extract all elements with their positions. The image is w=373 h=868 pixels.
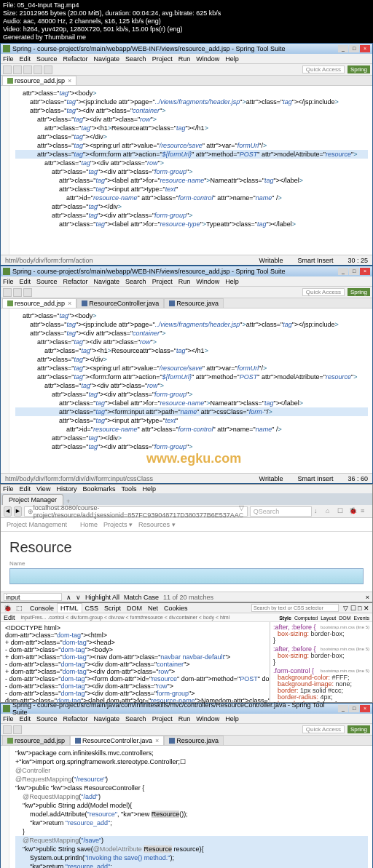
menu-help[interactable]: Help [225, 715, 239, 722]
inspect-icon[interactable]: ⬚ [16, 605, 23, 612]
find-prev[interactable]: ∧ [66, 594, 71, 601]
find-close[interactable]: × [366, 594, 369, 601]
name-input-highlighted[interactable] [9, 568, 364, 584]
tb-run[interactable] [23, 288, 32, 297]
menu-edit[interactable]: Edit [20, 55, 31, 63]
menu-file[interactable]: File [3, 278, 14, 285]
code-line[interactable]: @RequestMapping("/resource") [15, 775, 368, 784]
menu-source[interactable]: Source [36, 55, 58, 63]
dom-node[interactable]: + dom-attr">class="dom-tag"><head> [5, 639, 265, 646]
tab-resource_add-jsp[interactable]: resource_add.jsp× [2, 298, 76, 308]
close-button[interactable]: × [360, 268, 370, 275]
dom-breadcrumb[interactable]: inputFres... .control < div.form-group <… [18, 613, 274, 622]
menu-refactor[interactable]: Refactor [63, 715, 88, 722]
nav-item[interactable]: Resources ▾ [138, 521, 176, 528]
dom-node[interactable]: - dom-attr">class="dom-tag"><div dom-att… [5, 682, 265, 690]
code-line[interactable]: attr">class="tag"><div attr">class="form… [15, 167, 368, 176]
find-next[interactable]: ∨ [76, 594, 81, 601]
code-line[interactable]: @Controller [15, 766, 368, 775]
menu-bookmarks[interactable]: Bookmarks [82, 485, 115, 493]
code-line[interactable]: attr">class="tag"><form:form attr">actio… [15, 150, 368, 159]
menu-edit[interactable]: Edit [20, 278, 31, 285]
code-editor[interactable]: "kw">package com.infiniteskills.mvc.cont… [1, 746, 372, 868]
style-tab-events[interactable]: Events [354, 616, 369, 621]
find-input[interactable] [4, 593, 62, 601]
style-rule[interactable]: bootstrap.min.css (line 5):after, :befor… [273, 646, 369, 666]
code-line[interactable]: attr">class="tag"></div> [15, 355, 368, 364]
menu-navigate[interactable]: Navigate [94, 55, 120, 63]
menu-project[interactable]: Project [152, 278, 173, 285]
tb-debug[interactable] [34, 65, 42, 74]
code-line[interactable]: attr">class="tag"></div> [15, 434, 368, 442]
bookmark-icon[interactable]: ☐ [337, 507, 346, 516]
code-line[interactable]: attr">class="tag"><input attr">type="tex… [15, 185, 368, 194]
tab-resource_add-jsp[interactable]: resource_add.jsp [2, 736, 70, 745]
tab-resource-java[interactable]: Resource.java [164, 298, 224, 308]
menu-file[interactable]: File [3, 55, 14, 63]
maximize-button[interactable]: □ [349, 268, 359, 275]
minimize-button[interactable]: _ [338, 705, 348, 712]
code-line[interactable]: attr">class="tag"><div attr">class="cont… [15, 106, 368, 115]
code-editor[interactable]: attr">class="tag"><body> attr">class="ta… [1, 308, 372, 473]
code-line[interactable]: attr">class="tag"><body> [15, 311, 368, 320]
perspective-spring[interactable]: Spring [348, 288, 370, 296]
dom-node[interactable]: + dom-attr">class="dom-tag"><nav dom-att… [5, 653, 265, 661]
quick-access[interactable]: Quick Access [302, 65, 345, 73]
style-tab-layout[interactable]: Layout [321, 616, 336, 621]
find-matchcase[interactable]: Match Case [124, 594, 159, 601]
code-line[interactable]: attr">class="tag"><label attr">for="reso… [15, 176, 368, 185]
tab-resourcecontroller-java[interactable]: ResourceController.java× [70, 736, 164, 745]
code-line[interactable]: "kw">public String add(Model model){ [15, 801, 368, 810]
tb-run[interactable] [23, 65, 32, 74]
tb-save[interactable] [13, 65, 22, 74]
menu-refactor[interactable]: Refactor [63, 278, 88, 285]
menu-file[interactable]: File [3, 715, 14, 722]
menu-window[interactable]: Window [196, 55, 219, 63]
code-line[interactable]: attr">id="resource-name" attr">class="fo… [15, 194, 368, 202]
dom-inspector[interactable]: <!DOCTYPE html>dom-attr">class="dom-tag"… [1, 622, 270, 702]
perspective-spring[interactable]: Spring [348, 65, 370, 73]
code-line[interactable]: "kw">public "kw">class ResourceControlle… [15, 784, 368, 792]
dom-node[interactable]: - dom-attr">class="dom-tag"><form dom-at… [5, 675, 265, 682]
dt-tab-css[interactable]: CSS [82, 604, 102, 613]
menu-tools[interactable]: Tools [121, 485, 136, 493]
code-line[interactable]: attr">class="tag"><div attr">class="row"… [15, 115, 368, 124]
tab-resourcecontroller-java[interactable]: ResourceController.java [76, 298, 164, 308]
download-icon[interactable]: ↓ [314, 507, 323, 516]
style-rule[interactable]: bootstrap.min.css (line 5):after, :befor… [273, 624, 369, 644]
code-line[interactable]: attr">class="tag"><div attr">class="row"… [15, 338, 368, 346]
close-button[interactable]: × [360, 705, 370, 712]
code-line[interactable]: @RequestMapping("/add") [15, 792, 368, 801]
firebug-icon[interactable]: 🐞 [349, 507, 358, 516]
code-line[interactable]: +"kw">import org.springframework.stereot… [15, 757, 368, 766]
menu-navigate[interactable]: Navigate [94, 715, 120, 722]
code-line[interactable]: "kw">package com.infiniteskills.mvc.cont… [15, 749, 368, 757]
nav-item[interactable]: Home [80, 521, 98, 528]
minimize-button[interactable]: _ [338, 268, 348, 275]
quick-access[interactable]: Quick Access [302, 288, 345, 296]
titlebar[interactable]: Spring - course-project/src/main/java/co… [1, 704, 372, 714]
code-line[interactable]: attr">class="tag"></div> [15, 132, 368, 141]
menu-run[interactable]: Run [178, 278, 191, 285]
code-line[interactable]: "kw">return "resource_add"; [15, 819, 368, 827]
tb-save[interactable] [13, 288, 22, 297]
quick-access[interactable]: Quick Access [302, 725, 345, 733]
code-line[interactable]: @RequestMapping("/save") [15, 836, 368, 845]
titlebar[interactable]: Spring - course-project/src/main/webapp/… [1, 44, 372, 54]
menu-history[interactable]: History [56, 485, 76, 493]
code-line[interactable]: attr">class="tag"><div attr">class="row"… [15, 159, 368, 167]
tb-stop[interactable] [44, 65, 52, 74]
minimize-button[interactable]: _ [338, 45, 348, 52]
menu-view[interactable]: View [36, 485, 50, 493]
code-line[interactable]: attr">class="tag"><div attr">class="cont… [15, 329, 368, 338]
menu-search[interactable]: Search [125, 715, 146, 722]
code-line[interactable]: attr">class="tag"><label attr">for="reso… [15, 399, 368, 407]
menu-edit[interactable]: Edit [20, 715, 31, 722]
dt-search[interactable] [251, 604, 339, 612]
code-line[interactable]: attr">class="tag"><div attr">class="form… [15, 442, 368, 451]
code-line[interactable]: attr">class="tag"><h1>Resourceattr">clas… [15, 346, 368, 355]
dt-edit[interactable]: Edit [4, 614, 15, 621]
menu-project[interactable]: Project [152, 715, 173, 722]
code-line[interactable]: attr">class="tag"><form:form attr">actio… [15, 373, 368, 381]
menu-search[interactable]: Search [125, 278, 146, 285]
